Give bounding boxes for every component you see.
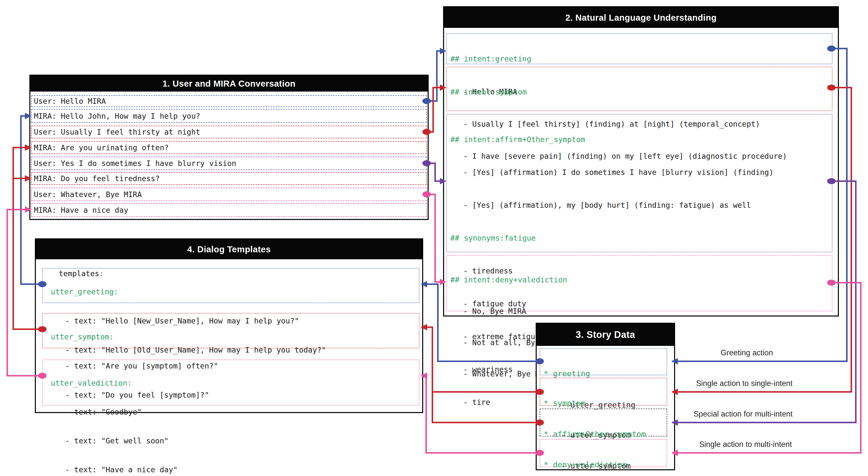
nlu-example: - No, Bye MIRA bbox=[447, 304, 832, 318]
nlu-intent-affirm: ## intent:affirm+Other_symptom bbox=[447, 132, 832, 147]
nlu-box-affirm-other-symptom: ## intent:affirm+Other_symptom - [Yes] (… bbox=[446, 114, 832, 252]
conversation-row-user-3: User: Yes I do sometimes I have blurry v… bbox=[31, 157, 427, 170]
nlu-intent-greeting: ## intent:greeting bbox=[447, 51, 832, 67]
template-text: - text: "Have a nice day" bbox=[43, 464, 419, 476]
nlu-box-symptom: ## intent:symptom - Usually I [feel thir… bbox=[446, 67, 832, 111]
conversation-row-mira-4: MIRA: Have a nice day bbox=[31, 203, 427, 217]
panel-nlu-header: 2. Natural Language Understanding bbox=[444, 7, 838, 28]
panel-story-data: 3. Story Data * greeting - utter_greetin… bbox=[536, 323, 675, 470]
template-box-utter-symptom: utter_symptom: - text: "Are you [symptom… bbox=[42, 313, 420, 348]
template-utter-symptom: utter_symptom: bbox=[43, 331, 419, 343]
nlu-example: - [Yes] (affirmation), my [body hurt] (f… bbox=[447, 197, 832, 213]
nlu-box-greeting: ## intent:greeting - Hello MIRA bbox=[446, 33, 832, 64]
story-intent: * deny+valediction bbox=[540, 457, 666, 472]
conversation-row-user-4: User: Whatever, Bye MIRA bbox=[31, 188, 427, 201]
template-text: - text: "Get well soon" bbox=[43, 435, 419, 447]
connector-user3-to-intent-affirm bbox=[427, 163, 445, 181]
edge-label-special-action-multi-intent: Special action for multi-intent bbox=[693, 410, 793, 418]
template-box-utter-valediction: utter_valediction: - text: "Goodbye" - t… bbox=[42, 359, 420, 406]
story-box-affirm-other-symptom: * affirm+Other_symptom - utter_symptom bbox=[540, 409, 667, 437]
conversation-row-user-1: User: Hello MIRA bbox=[31, 95, 427, 107]
conversation-row-mira-3: MIRA: Do you feel tiredness? bbox=[31, 172, 427, 185]
panel-nlu-title: 2. Natural Language Understanding bbox=[565, 13, 717, 23]
templates-key: templates: bbox=[41, 259, 104, 269]
template-utter-valediction: utter_valediction: bbox=[43, 378, 419, 389]
conversation-row-mira-2: MIRA: Are you urinating often? bbox=[31, 141, 427, 154]
conversation-row-user-2: User: Usually I feel thirsty at night bbox=[31, 126, 427, 138]
story-box-greeting: * greeting - utter_greeting bbox=[540, 348, 667, 375]
edge-label-greeting-action: Greeting action bbox=[721, 348, 773, 357]
nlu-synonyms-fatigue: ## synonyms:fatigue bbox=[447, 230, 832, 246]
story-intent: * affirm+Other_symptom bbox=[540, 427, 666, 441]
panel-nlu: 2. Natural Language Understanding ## int… bbox=[443, 6, 839, 317]
connector-user1-to-intent-greeting bbox=[427, 51, 445, 101]
nlu-example: - [Yes] (affirmation) I do sometimes I h… bbox=[447, 165, 832, 180]
template-text: - text: "Goodbye" bbox=[43, 406, 419, 418]
nlu-intent-symptom: ## intent:symptom bbox=[447, 85, 832, 99]
story-intent: * symptom bbox=[540, 396, 666, 410]
nlu-intent-deny: ## intent:deny+valediction bbox=[447, 273, 832, 287]
edge-label-single-action-multi-intent: Single action to multi-intent bbox=[699, 440, 792, 449]
edge-label-single-action-single-intent: Single action to single-intent bbox=[696, 379, 793, 388]
panel-conversation: 1. User and MIRA Conversation User: Hell… bbox=[29, 75, 429, 220]
conversation-row-mira-1: MIRA: Hello John, How may I help you? bbox=[31, 109, 427, 123]
panel-story-data-header: 3. Story Data bbox=[537, 324, 674, 346]
template-box-utter-greeting: utter_greeting: - text: "Hello [New_User… bbox=[42, 268, 420, 303]
panel-dialog-templates: 4. Dialog Templates templates: utter_gre… bbox=[35, 239, 423, 413]
panel-dialog-templates-header: 4. Dialog Templates bbox=[36, 240, 422, 259]
diagram-canvas: { "colors": { "blue": "#3d53a6", "red": … bbox=[0, 0, 868, 476]
panel-story-data-title: 3. Story Data bbox=[576, 329, 635, 340]
story-box-deny-valediction: * deny+valediction - utter_valediction bbox=[540, 439, 667, 467]
panel-conversation-title: 1. User and MIRA Conversation bbox=[162, 78, 296, 89]
nlu-box-deny-valediction: ## intent:deny+valediction - No, Bye MIR… bbox=[446, 255, 832, 311]
panel-dialog-templates-title: 4. Dialog Templates bbox=[187, 244, 271, 254]
connector-user2-to-intent-symptom bbox=[427, 88, 445, 132]
connector-user4-to-intent-deny bbox=[427, 194, 445, 282]
story-box-symptom: * symptom - utter_symptom bbox=[540, 378, 667, 406]
panel-conversation-header: 1. User and MIRA Conversation bbox=[30, 76, 428, 92]
template-utter-greeting: utter_greeting: bbox=[43, 286, 419, 297]
